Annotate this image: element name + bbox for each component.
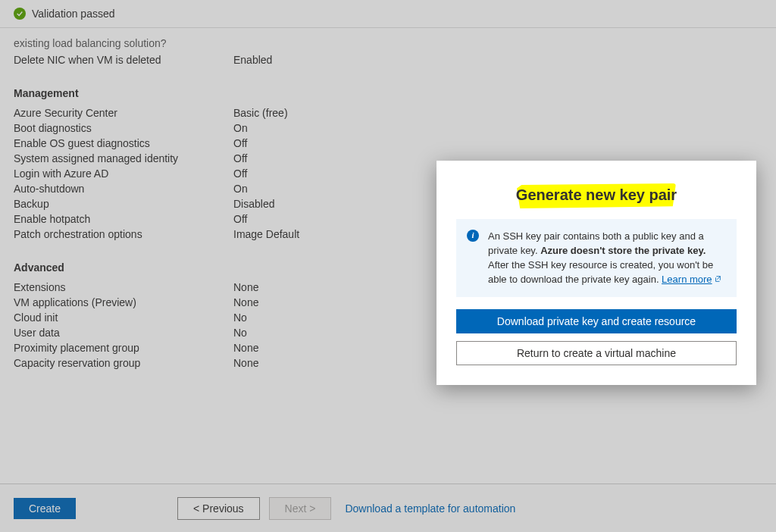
info-icon: i [467,230,479,242]
generate-key-pair-dialog: Generate new key pair i An SSH key pair … [436,161,756,385]
external-link-icon [714,273,721,280]
download-private-key-button[interactable]: Download private key and create resource [456,309,737,333]
learn-more-link[interactable]: Learn more [662,274,721,285]
dialog-title: Generate new key pair [516,186,677,204]
return-to-create-button[interactable]: Return to create a virtual machine [456,341,737,365]
info-text-bold: Azure doesn't store the private key. [540,245,706,256]
info-callout: i An SSH key pair contains both a public… [456,219,737,297]
